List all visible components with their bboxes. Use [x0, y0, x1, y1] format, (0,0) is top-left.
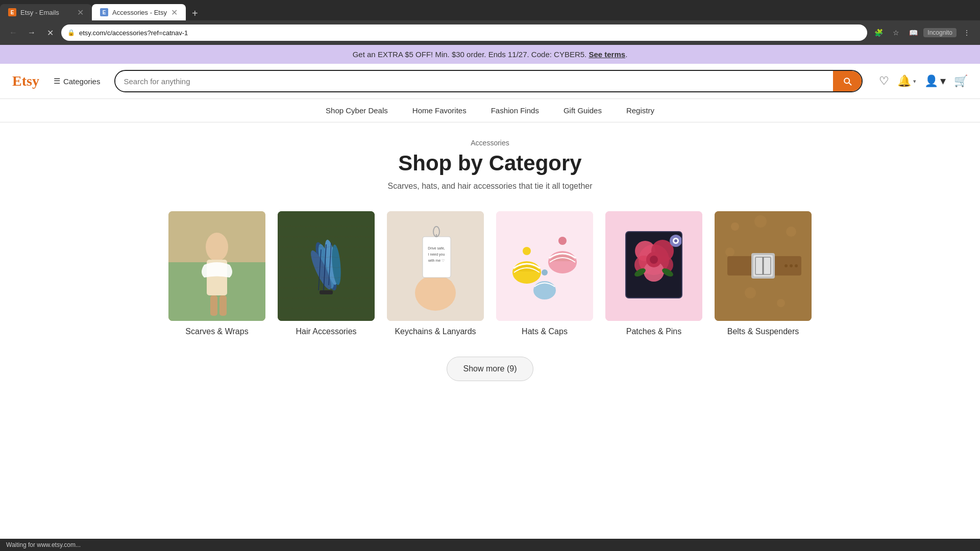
tab-close-emails[interactable]: ✕ [77, 8, 84, 17]
site-header: Etsy ☰ Categories ♡ 🔔 ▾ 👤 ▾ 🛒 [0, 64, 980, 99]
header-icons: ♡ 🔔 ▾ 👤 ▾ 🛒 [879, 74, 968, 88]
show-more-container: Show more (9) [196, 357, 784, 381]
search-button[interactable] [833, 71, 862, 91]
reload-button[interactable]: ✕ [43, 26, 57, 40]
svg-point-53 [731, 222, 739, 231]
svg-text:I need you: I need you [428, 253, 445, 257]
category-grid: Scarves & Wraps [196, 211, 784, 336]
account-button[interactable]: 👤 ▾ [924, 74, 946, 88]
svg-point-35 [542, 269, 548, 276]
svg-point-65 [785, 264, 788, 267]
category-item-keychains[interactable]: Drive safe, I need you with me ♡ Keychai… [387, 211, 484, 336]
main-nav: Shop Cyber Deals Home Favorites Fashion … [0, 99, 980, 122]
incognito-badge: Incognito [923, 28, 957, 37]
tab-favicon-accessories: E [100, 8, 108, 16]
svg-rect-4 [210, 295, 217, 316]
lock-icon: 🔒 [67, 29, 75, 36]
nav-fashion-finds[interactable]: Fashion Finds [491, 106, 539, 115]
favorites-button[interactable]: ♡ [879, 74, 889, 88]
svg-rect-21 [436, 278, 444, 299]
category-image-patches [605, 211, 702, 321]
svg-rect-16 [278, 211, 375, 321]
svg-point-55 [786, 227, 796, 237]
category-label-hair: Hair Accessories [296, 327, 356, 336]
heart-icon: ♡ [879, 74, 889, 88]
category-label-scarves: Scarves & Wraps [185, 327, 248, 336]
svg-point-2 [206, 233, 228, 261]
new-tab-button[interactable]: + [188, 6, 202, 20]
svg-point-54 [754, 215, 767, 228]
reading-list-icon[interactable]: 📖 [906, 26, 920, 40]
category-label-belts: Belts & Suspenders [727, 327, 799, 336]
back-button[interactable]: ← [6, 26, 20, 40]
account-icon: 👤 [924, 74, 938, 88]
nav-gift-guides[interactable]: Gift Guides [564, 106, 602, 115]
nav-registry[interactable]: Registry [626, 106, 654, 115]
category-image-belts [715, 211, 812, 321]
category-image-scarves [168, 211, 265, 321]
account-arrow: ▾ [940, 74, 946, 88]
cart-icon: 🛒 [954, 74, 968, 88]
svg-point-67 [795, 264, 798, 267]
browser-chrome: E Etsy - Emails ✕ E Accessories - Etsy ✕… [0, 0, 980, 45]
tab-etsy-emails[interactable]: E Etsy - Emails ✕ [0, 4, 92, 20]
tab-accessories[interactable]: E Accessories - Etsy ✕ [92, 4, 186, 20]
svg-rect-23 [423, 237, 451, 278]
svg-point-56 [725, 247, 734, 257]
search-bar [114, 70, 863, 92]
status-bar: Waiting for www.etsy.com... [0, 539, 980, 551]
categories-label: Categories [63, 77, 101, 86]
notifications-arrow: ▾ [913, 78, 916, 85]
cart-button[interactable]: 🛒 [954, 74, 968, 88]
breadcrumb: Accessories [196, 139, 784, 147]
page-title: Shop by Category [196, 151, 784, 176]
category-image-keychains: Drive safe, I need you with me ♡ [387, 211, 484, 321]
nav-shop-cyber-deals[interactable]: Shop Cyber Deals [326, 106, 388, 115]
etsy-logo[interactable]: Etsy [12, 73, 39, 89]
extensions-icon[interactable]: 🧩 [871, 26, 886, 40]
address-bar[interactable]: 🔒 etsy.com/c/accessories?ref=catnav-1 [61, 24, 867, 41]
svg-point-50 [674, 239, 677, 242]
categories-button[interactable]: ☰ Categories [47, 72, 107, 90]
page-content: Accessories Shop by Category Scarves, ha… [184, 122, 796, 397]
bookmark-icon[interactable]: ☆ [889, 26, 903, 40]
promo-text: Get an EXTRA $5 OFF! Min. $30 order. End… [353, 50, 587, 59]
category-image-hats [496, 211, 593, 321]
category-item-hair[interactable]: Hair Accessories [278, 211, 375, 336]
tab-label-emails: Etsy - Emails [20, 9, 59, 16]
category-item-belts[interactable]: Belts & Suspenders [715, 211, 812, 336]
tab-close-accessories[interactable]: ✕ [171, 8, 178, 17]
category-image-hair [278, 211, 375, 321]
promo-banner: Get an EXTRA $5 OFF! Min. $30 order. End… [0, 45, 980, 64]
svg-rect-29 [496, 211, 593, 321]
svg-text:with me ♡: with me ♡ [428, 259, 445, 262]
nav-home-favorites[interactable]: Home Favorites [412, 106, 467, 115]
svg-rect-22 [445, 280, 452, 299]
promo-link[interactable]: See terms [589, 50, 625, 59]
notifications-button[interactable]: 🔔 ▾ [897, 74, 916, 88]
bell-icon: 🔔 [897, 74, 911, 88]
menu-icon[interactable]: ⋮ [960, 26, 974, 40]
page-subtitle: Scarves, hats, and hair accessories that… [196, 182, 784, 191]
hamburger-icon: ☰ [54, 77, 60, 86]
svg-point-59 [777, 299, 785, 307]
browser-tabs: E Etsy - Emails ✕ E Accessories - Etsy ✕… [0, 0, 980, 20]
address-text: etsy.com/c/accessories?ref=catnav-1 [79, 29, 188, 37]
category-label-keychains: Keychains & Lanyards [395, 327, 476, 336]
category-label-hats: Hats & Caps [522, 327, 568, 336]
svg-rect-20 [427, 279, 434, 299]
svg-point-31 [523, 247, 531, 255]
category-label-patches: Patches & Pins [626, 327, 682, 336]
search-icon [842, 76, 852, 86]
svg-point-45 [650, 256, 658, 264]
svg-point-58 [745, 287, 756, 298]
svg-text:Drive safe,: Drive safe, [428, 246, 445, 250]
category-item-scarves[interactable]: Scarves & Wraps [168, 211, 265, 336]
forward-button[interactable]: → [24, 26, 39, 40]
search-input[interactable] [115, 72, 833, 91]
show-more-button[interactable]: Show more (9) [447, 357, 534, 381]
category-item-patches[interactable]: Patches & Pins [605, 211, 702, 336]
svg-rect-19 [418, 283, 425, 300]
category-item-hats[interactable]: Hats & Caps [496, 211, 593, 336]
svg-point-33 [558, 237, 567, 245]
